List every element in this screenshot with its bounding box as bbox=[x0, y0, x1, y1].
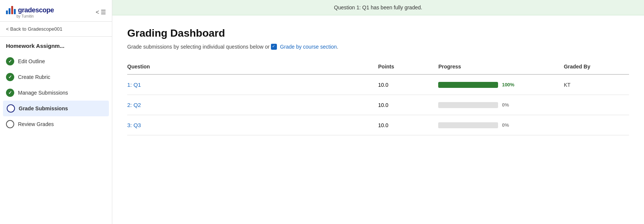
sidebar-item-label: Edit Outline bbox=[18, 58, 45, 64]
table-cell-points: 10.0 bbox=[378, 74, 439, 95]
questions-table: Question Points Progress Graded By 1: Q1… bbox=[127, 61, 629, 135]
back-link[interactable]: < Back to Gradescope001 bbox=[0, 22, 112, 37]
empty-circle-icon bbox=[6, 120, 14, 128]
check-icon bbox=[6, 57, 14, 65]
sidebar: gradescope by Turnitin < ☰ < Back to Gra… bbox=[0, 0, 112, 224]
check-icon bbox=[6, 89, 14, 97]
sidebar-item-label: Review Grades bbox=[18, 121, 54, 127]
question-link-q3[interactable]: 3: Q3 bbox=[127, 122, 141, 128]
logo-area: gradescope by Turnitin bbox=[6, 6, 54, 18]
col-header-graded-by: Graded By bbox=[564, 61, 629, 74]
table-row: 3: Q310.00% bbox=[127, 115, 629, 135]
sidebar-item-create-rubric[interactable]: Create Rubric bbox=[0, 69, 112, 85]
question-link-q2[interactable]: 2: Q2 bbox=[127, 102, 141, 108]
sidebar-toggle-button[interactable]: < ☰ bbox=[96, 9, 106, 16]
table-cell-progress: 0% bbox=[438, 115, 564, 135]
table-cell-graded-by bbox=[564, 115, 629, 135]
sidebar-item-review-grades[interactable]: Review Grades bbox=[0, 116, 112, 132]
assignment-title: Homework Assignm... bbox=[0, 37, 112, 52]
main-area: Question 1: Q1 has been fully graded. Gr… bbox=[112, 0, 644, 224]
table-cell-points: 10.0 bbox=[378, 115, 439, 135]
table-row: 1: Q110.0100%KT bbox=[127, 74, 629, 95]
logo-text: gradescope bbox=[18, 6, 54, 14]
grade-by-section-link[interactable]: Grade by course section bbox=[280, 44, 337, 50]
sidebar-item-edit-outline[interactable]: Edit Outline bbox=[0, 53, 112, 69]
table-cell-progress: 0% bbox=[438, 95, 564, 115]
logo-subtext: by Turnitin bbox=[16, 14, 54, 18]
progress-pct: 0% bbox=[502, 102, 515, 108]
sidebar-item-grade-submissions[interactable]: Grade Submissions bbox=[3, 101, 109, 116]
menu-icon: ☰ bbox=[101, 9, 106, 16]
table-cell-points: 10.0 bbox=[378, 95, 439, 115]
subtitle-suffix: . bbox=[337, 44, 338, 50]
table-header-row: Question Points Progress Graded By bbox=[127, 61, 629, 74]
table-cell-question: 2: Q2 bbox=[127, 95, 378, 115]
subtitle: Grade submissions by selecting individua… bbox=[127, 44, 629, 50]
table-cell-progress: 100% bbox=[438, 74, 564, 95]
check-icon bbox=[6, 73, 14, 81]
sidebar-item-label: Grade Submissions bbox=[19, 105, 68, 111]
sidebar-item-label: Manage Submissions bbox=[18, 90, 68, 96]
notification-text: Question 1: Q1 has been fully graded. bbox=[334, 4, 422, 10]
table-cell-graded-by: KT bbox=[564, 74, 629, 95]
active-circle-icon bbox=[7, 104, 15, 113]
logo-icon bbox=[6, 6, 16, 14]
notification-bar: Question 1: Q1 has been fully graded. bbox=[112, 0, 644, 15]
table-cell-graded-by bbox=[564, 95, 629, 115]
page-title: Grading Dashboard bbox=[127, 27, 629, 39]
main-content: Grading Dashboard Grade submissions by s… bbox=[112, 15, 644, 224]
col-header-points: Points bbox=[378, 61, 439, 74]
sidebar-item-label: Create Rubric bbox=[18, 74, 50, 80]
col-header-question: Question bbox=[127, 61, 378, 74]
grade-by-icon bbox=[271, 44, 277, 50]
table-cell-question: 1: Q1 bbox=[127, 74, 378, 95]
chevron-left-icon: < bbox=[96, 9, 99, 16]
table-row: 2: Q210.00% bbox=[127, 95, 629, 115]
sidebar-header: gradescope by Turnitin < ☰ bbox=[0, 0, 112, 22]
subtitle-prefix: Grade submissions by selecting individua… bbox=[127, 44, 270, 50]
question-link-q1[interactable]: 1: Q1 bbox=[127, 82, 141, 88]
sidebar-item-manage-submissions[interactable]: Manage Submissions bbox=[0, 85, 112, 101]
table-cell-question: 3: Q3 bbox=[127, 115, 378, 135]
progress-pct: 100% bbox=[502, 82, 515, 88]
col-header-progress: Progress bbox=[438, 61, 564, 74]
progress-pct: 0% bbox=[502, 122, 515, 128]
nav-items: Edit Outline Create Rubric Manage Submis… bbox=[0, 52, 112, 134]
